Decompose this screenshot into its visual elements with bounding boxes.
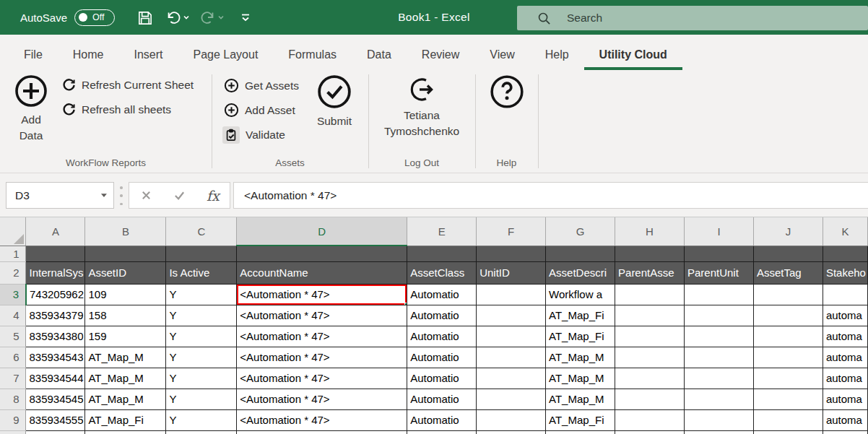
cell-E3[interactable]: Automatio [407, 284, 477, 305]
row-header-7[interactable]: 7 [0, 368, 26, 389]
cell-C8[interactable]: Y [166, 389, 237, 409]
cell-C1[interactable] [166, 246, 237, 261]
cell-G8[interactable]: AT_Map_M [546, 389, 615, 409]
cell-D1[interactable] [237, 246, 407, 261]
cell-D6[interactable]: <Automation * 47> [237, 347, 407, 368]
cell-C9[interactable]: Y [166, 409, 237, 430]
column-header-G[interactable]: G [546, 217, 615, 246]
cell-K7[interactable]: automa [823, 368, 867, 389]
tab-help[interactable]: Help [530, 48, 584, 70]
cell-E1[interactable] [407, 246, 477, 261]
column-header-I[interactable]: I [685, 217, 754, 246]
cell-E5[interactable]: Automatio [407, 326, 477, 347]
cell-H7[interactable] [615, 368, 685, 389]
column-header-J[interactable]: J [753, 217, 823, 246]
cell-J2[interactable]: AssetTag [753, 261, 823, 284]
tab-utility-cloud[interactable]: Utility Cloud [584, 48, 682, 70]
cell-B2[interactable]: AssetID [85, 261, 166, 284]
cell-I5[interactable] [685, 326, 754, 347]
cell-H4[interactable] [615, 305, 685, 326]
cell-D2[interactable]: AccountName [237, 261, 407, 284]
cell-A10[interactable] [26, 430, 85, 434]
cell-B9[interactable]: AT_Map_Fi [85, 409, 166, 430]
name-box-dropdown-icon[interactable] [95, 193, 113, 199]
cell-I4[interactable] [685, 305, 754, 326]
cell-G10[interactable] [546, 430, 615, 434]
cell-I9[interactable] [685, 409, 754, 430]
search-input[interactable]: Search [517, 6, 868, 30]
cell-H1[interactable] [615, 246, 685, 261]
cell-K5[interactable]: automa [823, 326, 867, 347]
cell-F8[interactable] [477, 389, 546, 409]
cell-A4[interactable]: 835934379 [26, 305, 85, 326]
cell-G9[interactable]: AT_Map_Fi [546, 409, 615, 430]
column-header-A[interactable]: A [26, 217, 85, 246]
cell-F3[interactable] [477, 284, 546, 305]
cell-J5[interactable] [753, 326, 823, 347]
cell-B3[interactable]: 109 [85, 284, 166, 305]
select-all-corner[interactable] [0, 217, 26, 246]
cancel-icon[interactable] [134, 185, 158, 207]
cell-B10[interactable] [85, 430, 166, 434]
cell-C7[interactable]: Y [166, 368, 237, 389]
cell-B8[interactable]: AT_Map_M [85, 389, 166, 409]
cell-B4[interactable]: 158 [85, 305, 166, 326]
fill-handle[interactable] [404, 303, 407, 305]
cell-H10[interactable] [615, 430, 685, 434]
cell-K9[interactable]: automa [823, 409, 867, 430]
tab-insert[interactable]: Insert [118, 48, 178, 70]
submit-button[interactable]: Submit [308, 74, 360, 129]
log-out-button[interactable]: Tetiana Tymoshchenko [368, 75, 475, 140]
cell-G3[interactable]: Workflow a [546, 284, 615, 305]
add-asset-button[interactable]: Add Asset [224, 103, 295, 118]
cell-D8[interactable]: <Automation * 47> [237, 389, 407, 409]
enter-icon[interactable] [167, 185, 191, 207]
cell-G7[interactable]: AT_Map_M [546, 368, 615, 389]
cell-D9[interactable]: <Automation * 47> [237, 409, 407, 430]
formula-input[interactable]: <Automation * 47> [233, 182, 868, 209]
cell-F4[interactable] [477, 305, 546, 326]
row-header-8[interactable]: 8 [0, 389, 26, 409]
cell-K1[interactable] [823, 246, 867, 261]
column-header-C[interactable]: C [166, 217, 237, 246]
cell-F9[interactable] [477, 409, 546, 430]
refresh-all-sheets-button[interactable]: Refresh all sheets [62, 103, 171, 116]
row-header-9[interactable]: 9 [0, 409, 26, 430]
validate-button[interactable]: Validate [222, 126, 285, 144]
tab-formulas[interactable]: Formulas [273, 48, 352, 70]
tab-page-layout[interactable]: Page Layout [178, 48, 273, 70]
cell-H3[interactable] [615, 284, 685, 305]
cell-I3[interactable] [685, 284, 754, 305]
cell-K2[interactable]: Stakeho [823, 261, 867, 284]
cell-C3[interactable]: Y [166, 284, 237, 305]
cell-H8[interactable] [615, 389, 685, 409]
row-header-5[interactable]: 5 [0, 326, 26, 347]
cell-I1[interactable] [685, 246, 754, 261]
undo-button[interactable] [165, 9, 190, 25]
cell-C4[interactable]: Y [166, 305, 237, 326]
cell-B5[interactable]: 159 [85, 326, 166, 347]
cell-E10[interactable] [407, 430, 477, 434]
tab-review[interactable]: Review [407, 48, 474, 70]
cell-F5[interactable] [477, 326, 546, 347]
cell-H5[interactable] [615, 326, 685, 347]
cell-K8[interactable]: automa [823, 389, 867, 409]
cell-J7[interactable] [753, 368, 823, 389]
column-header-E[interactable]: E [407, 217, 477, 246]
formula-bar-resize-handle[interactable] [119, 186, 123, 205]
cell-G2[interactable]: AssetDescri [546, 261, 615, 284]
column-header-B[interactable]: B [85, 217, 166, 246]
name-box[interactable]: D3 [6, 182, 114, 209]
cell-A1[interactable] [26, 246, 85, 261]
cell-D4[interactable]: <Automation * 47> [237, 305, 407, 326]
tab-file[interactable]: File [9, 48, 58, 70]
cell-C10[interactable] [166, 430, 237, 434]
column-header-F[interactable]: F [477, 217, 546, 246]
redo-button[interactable] [200, 9, 225, 25]
row-header-1[interactable]: 1 [0, 246, 26, 261]
refresh-current-sheet-button[interactable]: Refresh Current Sheet [62, 78, 194, 92]
cell-I2[interactable]: ParentUnit [685, 261, 754, 284]
row-header-10[interactable] [0, 430, 26, 434]
cell-K10[interactable] [823, 430, 867, 434]
cell-E2[interactable]: AssetClass [407, 261, 477, 284]
